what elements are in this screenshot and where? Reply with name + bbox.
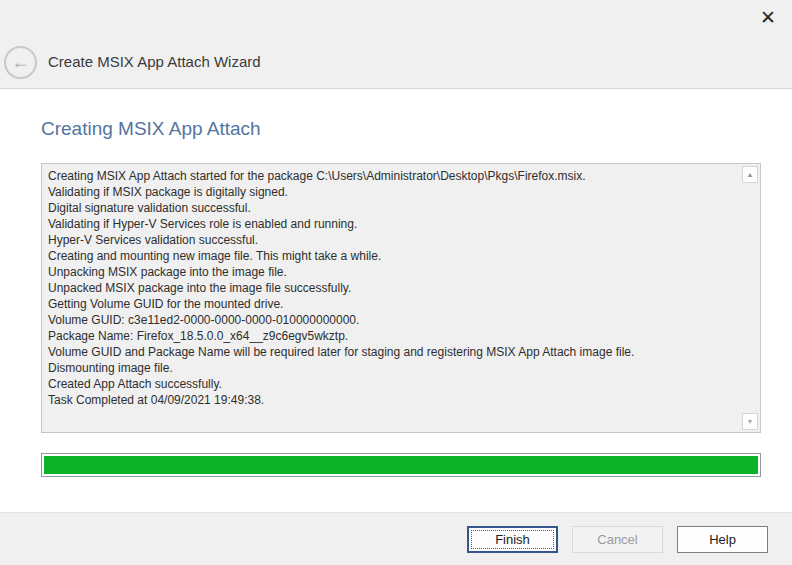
log-line: Hyper-V Services validation successful. bbox=[48, 232, 736, 248]
scroll-up-icon[interactable]: ▲ bbox=[742, 166, 758, 183]
scroll-down-icon[interactable]: ▼ bbox=[742, 413, 758, 430]
log-line: Unpacked MSIX package into the image fil… bbox=[48, 280, 736, 296]
log-line: Task Completed at 04/09/2021 19:49:38. bbox=[48, 392, 736, 408]
log-line: Getting Volume GUID for the mounted driv… bbox=[48, 296, 736, 312]
wizard-title: Create MSIX App Attach Wizard bbox=[48, 53, 261, 70]
log-line: Dismounting image file. bbox=[48, 360, 736, 376]
progress-fill bbox=[44, 456, 758, 474]
wizard-content: Creating MSIX App Attach Creating MSIX A… bbox=[0, 90, 792, 512]
log-line: Volume GUID: c3e11ed2-0000-0000-0000-010… bbox=[48, 312, 736, 328]
log-output-box[interactable]: Creating MSIX App Attach started for the… bbox=[41, 163, 761, 433]
log-line: Creating MSIX App Attach started for the… bbox=[48, 168, 736, 184]
finish-button[interactable]: Finish bbox=[467, 526, 558, 553]
wizard-header: ← Create MSIX App Attach Wizard ✕ bbox=[0, 0, 792, 89]
log-line: Digital signature validation successful. bbox=[48, 200, 736, 216]
log-line: Package Name: Firefox_18.5.0.0_x64__z9c6… bbox=[48, 328, 736, 344]
log-lines: Creating MSIX App Attach started for the… bbox=[48, 168, 736, 408]
back-icon[interactable]: ← bbox=[4, 46, 37, 79]
log-line: Created App Attach successfully. bbox=[48, 376, 736, 392]
cancel-button[interactable]: Cancel bbox=[572, 526, 663, 553]
log-line: Unpacking MSIX package into the image fi… bbox=[48, 264, 736, 280]
wizard-footer: Finish Cancel Help bbox=[0, 512, 792, 565]
close-icon[interactable]: ✕ bbox=[754, 4, 782, 30]
help-button[interactable]: Help bbox=[677, 526, 768, 553]
log-line: Validating if Hyper-V Services role is e… bbox=[48, 216, 736, 232]
log-line: Validating if MSIX package is digitally … bbox=[48, 184, 736, 200]
progress-bar bbox=[41, 453, 761, 477]
log-scrollbar[interactable]: ▲ ▼ bbox=[741, 164, 760, 432]
log-line: Creating and mounting new image file. Th… bbox=[48, 248, 736, 264]
wizard-window: ← Create MSIX App Attach Wizard ✕ Creati… bbox=[0, 0, 792, 565]
page-title: Creating MSIX App Attach bbox=[41, 118, 261, 140]
log-line: Volume GUID and Package Name will be req… bbox=[48, 344, 736, 360]
